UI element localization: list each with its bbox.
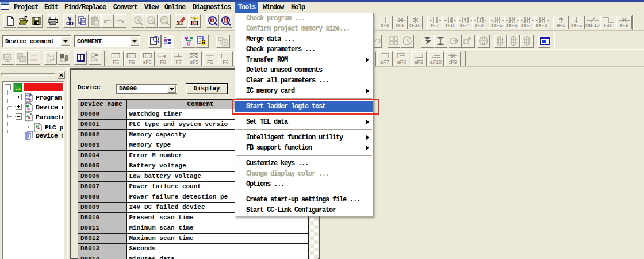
svg-text:S9: S9	[47, 58, 52, 62]
svg-text:c+v: c+v	[31, 54, 37, 57]
svg-text:error: error	[30, 58, 38, 62]
svg-text:S1: S1	[47, 54, 52, 58]
svg-text:123: 123	[162, 20, 167, 24]
